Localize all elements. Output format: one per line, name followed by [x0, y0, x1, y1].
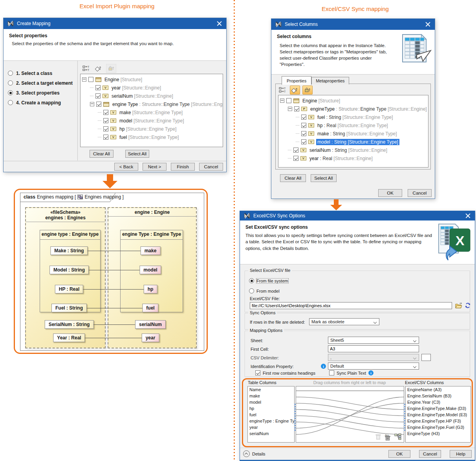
schema-property-box[interactable]: Year : Real: [53, 333, 85, 342]
list-item[interactable]: EngineName (A3): [406, 387, 471, 394]
expander-icon[interactable]: [82, 77, 86, 82]
radio-icon[interactable]: [8, 71, 13, 76]
cancel-button[interactable]: Cancel: [408, 189, 432, 197]
wizard-step[interactable]: 2. Select a target element: [4, 78, 77, 88]
locked-properties-icon[interactable]: [106, 64, 116, 73]
custom-delimiter-input[interactable]: [421, 354, 431, 361]
close-icon[interactable]: [465, 213, 471, 219]
tree-row[interactable]: Engine [Structure]: [278, 97, 428, 105]
list-item[interactable]: Engine.Year (C3): [406, 400, 471, 406]
wizard-step[interactable]: 1. Select a class: [4, 68, 77, 78]
back-button[interactable]: < Back: [114, 163, 138, 171]
from-model-label[interactable]: From model: [256, 289, 280, 293]
from-model-radio[interactable]: [249, 288, 254, 293]
next-button[interactable]: Next >: [143, 163, 167, 171]
tab-properties[interactable]: Properties: [282, 76, 311, 85]
list-item[interactable]: fuel: [248, 412, 294, 419]
first-cell-input[interactable]: [328, 345, 419, 352]
list-item[interactable]: hp: [248, 406, 294, 412]
list-item[interactable]: make: [248, 394, 294, 400]
list-item[interactable]: Engine.EngineType.HP (F3): [406, 419, 471, 425]
list-item[interactable]: EngineType (H3): [406, 431, 471, 437]
deleted-rows-dropdown[interactable]: Mark as obsolete: [309, 318, 379, 325]
inherited-properties-icon[interactable]: [93, 64, 104, 73]
checkbox[interactable]: [286, 98, 291, 103]
list-item[interactable]: serialNum: [248, 431, 294, 437]
checkbox[interactable]: [95, 93, 101, 98]
finish-button[interactable]: Finish: [171, 163, 195, 171]
engine-property-box[interactable]: hp: [144, 285, 157, 293]
sync-plain-text-label[interactable]: Sync Plain Text: [337, 371, 366, 375]
ok-button[interactable]: OK: [378, 189, 402, 197]
list-item[interactable]: Name: [248, 387, 294, 394]
schema-property-box[interactable]: HP : Real: [55, 285, 83, 293]
cancel-button[interactable]: Cancel: [419, 450, 441, 458]
checkbox[interactable]: [301, 115, 306, 120]
clear-all-button[interactable]: Clear All: [280, 174, 306, 182]
tree-row[interactable]: Engine [Structure]: [81, 75, 223, 84]
tab-metaproperties[interactable]: Metaproperties: [311, 77, 349, 84]
select-all-button[interactable]: Select All: [311, 174, 337, 182]
tree-row[interactable]: VserialNum : String [Structure::Engine]: [278, 146, 428, 154]
wizard-step[interactable]: 3. Select properties: [4, 88, 77, 98]
auto-map-icon[interactable]: [394, 434, 401, 440]
sheet-dropdown[interactable]: Sheet5: [328, 337, 419, 344]
first-row-headings-label[interactable]: First row contains headings: [263, 371, 315, 375]
checkbox[interactable]: [96, 102, 101, 107]
show-types-icon[interactable]: T T: [277, 86, 287, 95]
checkbox[interactable]: [103, 118, 108, 123]
list-item[interactable]: Engine.SerialNum (B3): [406, 394, 471, 400]
identification-dropdown[interactable]: Default: [328, 363, 419, 370]
engine-property-box[interactable]: make: [141, 246, 161, 255]
expander-icon[interactable]: [90, 102, 94, 106]
checkbox[interactable]: [88, 77, 93, 82]
tree-row[interactable]: Vhp [Structure::Engine Type]: [81, 125, 223, 133]
checkbox[interactable]: [95, 85, 101, 90]
close-icon[interactable]: [217, 21, 222, 26]
checkbox[interactable]: [301, 139, 306, 144]
left-drag-handle[interactable]: [294, 404, 296, 431]
from-file-system-radio[interactable]: [249, 278, 254, 283]
tree-row[interactable]: Vfuel [Structure::Engine Type]: [81, 133, 223, 141]
info-icon[interactable]: i: [321, 364, 326, 369]
schema-property-box[interactable]: Model : String: [49, 266, 89, 274]
tree-row[interactable]: Vmake : String [Structure::Engine Type]: [278, 129, 428, 138]
details-toggle[interactable]: Details: [243, 450, 265, 457]
first-row-headings-checkbox[interactable]: [255, 370, 260, 375]
schema-property-box[interactable]: SerialNum : String: [45, 320, 94, 329]
checkbox[interactable]: [103, 135, 108, 140]
mapping-line[interactable]: [296, 403, 404, 416]
tree-row[interactable]: Vmodel : String [Structure::Engine Type]: [278, 138, 428, 146]
info-icon[interactable]: i: [368, 370, 373, 375]
schema-property-box[interactable]: Make : String: [50, 246, 88, 255]
from-file-system-label[interactable]: From file system: [256, 279, 288, 283]
right-drag-handle[interactable]: [404, 404, 405, 431]
list-item[interactable]: Engine.EngineType.Make (D3): [406, 406, 471, 412]
mapping-line[interactable]: [296, 416, 404, 428]
close-icon[interactable]: [425, 22, 431, 27]
remove-all-mappings-icon[interactable]: ALL: [384, 434, 391, 441]
excel-columns-list[interactable]: EngineName (A3)Engine.SerialNum (B3)Engi…: [405, 386, 471, 443]
list-item[interactable]: engineType : Engine Type: [248, 419, 294, 425]
titlebar[interactable]: Create Mapping: [4, 18, 226, 29]
clear-all-button[interactable]: Clear All: [90, 150, 114, 158]
radio-icon[interactable]: [8, 80, 13, 86]
tree-row[interactable]: Vmodel [Structure::Engine Type]: [81, 117, 223, 125]
refresh-icon[interactable]: [465, 302, 471, 309]
inherited-properties-icon[interactable]: [290, 86, 300, 95]
checkbox[interactable]: [301, 131, 306, 136]
show-types-icon[interactable]: T T: [81, 64, 91, 73]
engine-property-box[interactable]: model: [139, 266, 161, 274]
tree-row[interactable]: PengineType : Structure::Engine Type [St…: [278, 105, 428, 113]
engine-property-box[interactable]: serialNum: [135, 320, 166, 329]
tree-row[interactable]: Vhp : Real [Structure::Engine Type]: [278, 121, 428, 129]
file-path-input[interactable]: [250, 302, 452, 309]
checkbox[interactable]: [293, 148, 298, 153]
engine-property-box[interactable]: fuel: [142, 304, 158, 312]
tree-row[interactable]: Vmake [Structure::Engine Type]: [81, 108, 223, 117]
checkbox[interactable]: [301, 123, 306, 128]
titlebar[interactable]: Excel/CSV Sync Options: [240, 211, 475, 220]
tree-row[interactable]: VserialNum [Structure::Engine]: [81, 92, 223, 100]
tree-row[interactable]: Vfuel : String [Structure::Engine Type]: [278, 113, 428, 121]
browse-folder-icon[interactable]: [455, 302, 462, 309]
